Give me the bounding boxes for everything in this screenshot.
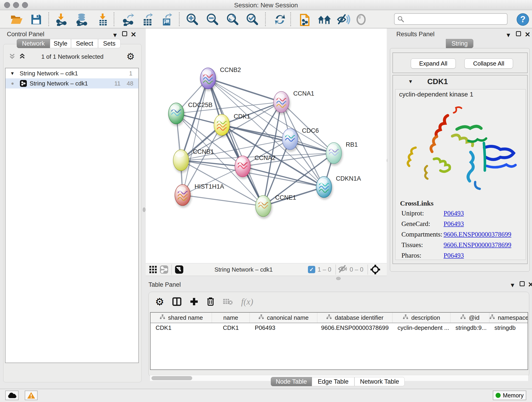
tab-string[interactable]: String (446, 39, 473, 48)
results-panel-menu-button[interactable]: ▼ (505, 32, 511, 38)
import-network-file-icon[interactable] (55, 13, 68, 26)
string-home-icon[interactable] (317, 13, 331, 26)
column-header-shared-name[interactable]: shared name (151, 313, 212, 323)
tab-network[interactable]: Network (17, 39, 50, 48)
tab-select[interactable]: Select (71, 39, 98, 48)
tab-node-table[interactable]: Node Table (271, 377, 312, 386)
crosslink-link[interactable]: 9606.ENSP00000378699 (443, 230, 511, 238)
table-cell[interactable]: stringdb (489, 324, 528, 332)
table-panel-close-button[interactable]: ✕ (528, 281, 532, 288)
center-view-icon[interactable] (370, 264, 381, 275)
column-header-canonical-name[interactable]: canonical name (250, 313, 317, 323)
control-panel-menu-button[interactable]: ▼ (112, 32, 118, 38)
collection-expand-arrow-icon[interactable]: ▼ (10, 71, 15, 76)
warning-icon[interactable] (25, 390, 38, 400)
tab-sets[interactable]: Sets (98, 39, 120, 48)
memory-button[interactable]: Memory (493, 390, 526, 400)
table-cell[interactable]: CDK1 (212, 324, 250, 332)
import-table-file-icon[interactable] (96, 13, 110, 26)
network-edge[interactable] (183, 78, 208, 195)
crosslink-link[interactable]: P06493 (443, 252, 464, 259)
network-row[interactable]: ● String Network – cdk1 11 48 (6, 78, 138, 89)
network-edge[interactable] (208, 78, 334, 153)
table-panel-float-button[interactable] (520, 281, 525, 287)
scrollbar-thumb[interactable] (152, 376, 192, 380)
save-session-icon[interactable] (29, 13, 43, 26)
zoom-selected-icon[interactable] (245, 13, 259, 26)
network-node-CDK1[interactable] (214, 114, 231, 138)
add-column-icon[interactable] (190, 297, 198, 306)
export-image-icon[interactable] (160, 13, 174, 26)
grid-view-icon[interactable] (147, 264, 158, 275)
bottom-splitter-handle[interactable] (336, 277, 341, 280)
hidden-counts: 0 – 0 (350, 266, 363, 273)
hide-unhide-icon[interactable] (337, 13, 351, 26)
network-node-HIST1H1A[interactable] (175, 185, 191, 208)
entry-collapse-arrow-icon[interactable]: ▼ (408, 79, 413, 85)
crosslink-link[interactable]: P06493 (443, 210, 464, 217)
column-header-database-identifier[interactable]: database identifier (317, 313, 393, 323)
network-node-CDKN1A[interactable] (316, 177, 333, 200)
network-collection-row[interactable]: ▼ String Network – cdk1 1 (6, 68, 138, 78)
network-node-CCNB1[interactable] (173, 150, 190, 173)
control-panel-close-button[interactable]: ✕ (131, 31, 136, 38)
zoom-fit-icon[interactable] (225, 13, 239, 26)
column-header-name[interactable]: name (212, 313, 250, 323)
delete-column-icon[interactable] (207, 297, 215, 306)
left-splitter-handle[interactable] (143, 207, 146, 212)
search-input[interactable] (406, 16, 504, 23)
tab-edge-table[interactable]: Edge Table (312, 377, 355, 386)
network-node-CCNA2[interactable] (235, 156, 252, 179)
crosslink-link[interactable]: 9606.ENSP00000378699 (443, 241, 511, 249)
table-cell[interactable]: P06493 (250, 324, 317, 332)
node-table[interactable]: shared namenamecanonical namedatabase id… (150, 312, 528, 370)
zoom-in-icon[interactable] (185, 13, 199, 26)
network-edge[interactable] (183, 195, 263, 206)
network-node-CCNA1[interactable] (273, 91, 290, 115)
table-cell[interactable]: 9606.ENSP00000378699 (317, 324, 393, 332)
network-edge[interactable] (208, 78, 281, 102)
table-cell[interactable]: cyclin-dependent ... (393, 324, 450, 332)
import-network-database-icon[interactable] (75, 13, 89, 26)
collapse-all-button[interactable]: Collapse All (464, 58, 513, 69)
network-list-toolbar: 1 of 1 Network selected ⚙ (6, 51, 139, 61)
column-header-namespace[interactable]: namespace (489, 313, 528, 323)
expand-all-button[interactable]: Expand All (411, 58, 456, 69)
table-cell[interactable]: stringdb:9... (450, 324, 489, 332)
network-node-CCNB2[interactable] (200, 68, 217, 91)
results-panel-close-button[interactable]: ✕ (525, 31, 530, 38)
tab-network-table[interactable]: Network Table (355, 377, 405, 386)
network-canvas[interactable]: CCNB2CCNA1CDC25BCDK1CDC6RB1CCNB1CCNA2CDK… (146, 28, 387, 263)
network-node-CCNE1[interactable] (255, 196, 272, 219)
table-panel-menu-button[interactable]: ▼ (510, 282, 515, 288)
function-builder-icon[interactable]: f(x) (241, 297, 253, 307)
table-settings-gear-icon[interactable]: ⚙ (155, 296, 164, 307)
crosslink-link[interactable]: P06493 (443, 220, 464, 228)
grayed-eye-icon[interactable] (354, 13, 368, 26)
table-panel: Table Panel ▼ ✕ ⚙ (146, 281, 532, 389)
delete-table-icon[interactable] (223, 298, 233, 305)
zoom-out-icon[interactable] (205, 13, 219, 26)
table-cell[interactable]: CDK1 (151, 324, 212, 332)
network-edge[interactable] (183, 166, 243, 195)
share-file-icon[interactable] (298, 13, 312, 26)
column-header-description[interactable]: description (393, 313, 450, 323)
network-share-view-icon[interactable] (158, 264, 170, 275)
export-network-icon[interactable] (122, 13, 136, 26)
refresh-layout-icon[interactable] (273, 13, 287, 26)
column-header-@id[interactable]: @id (450, 313, 489, 323)
selected-checkbox-icon[interactable]: ✓ (308, 266, 315, 273)
export-table-icon[interactable] (141, 13, 155, 26)
network-node-RB1[interactable] (326, 143, 343, 166)
cloud-status-icon[interactable] (5, 390, 19, 400)
help-icon[interactable]: ? (516, 13, 530, 26)
open-session-icon[interactable] (10, 13, 23, 26)
split-columns-icon[interactable] (172, 297, 181, 306)
entry-gene-name: CDK1 (427, 77, 448, 86)
table-row[interactable]: CDK1CDK1P064939606.ENSP00000378699cyclin… (151, 323, 528, 332)
birdseye-view-icon[interactable] (174, 264, 185, 275)
tab-style[interactable]: Style (50, 39, 71, 48)
network-options-gear-icon[interactable]: ⚙ (127, 52, 135, 61)
control-panel-float-button[interactable] (122, 31, 127, 37)
results-panel-float-button[interactable] (516, 31, 521, 37)
